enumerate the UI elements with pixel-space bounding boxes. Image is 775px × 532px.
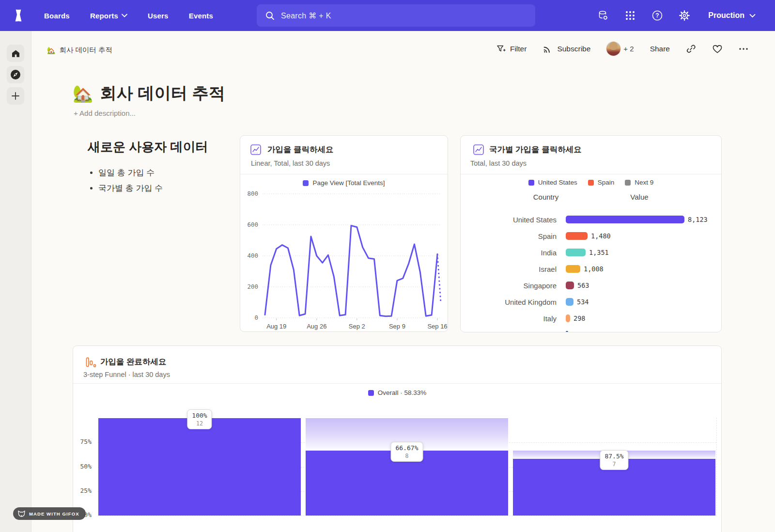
left-rail: [0, 31, 31, 532]
data-management-button[interactable]: [597, 9, 609, 22]
country-label: India: [461, 249, 557, 257]
funnel-plot: 75%50%25%0%100%1266.67%887.5%7: [73, 346, 721, 532]
card-subtitle: Total, last 30 days: [470, 159, 527, 167]
divider: [240, 174, 448, 174]
country-bar: [566, 331, 568, 332]
divider: [461, 174, 721, 174]
country-bar-card[interactable]: 국가별 가입을 클릭하세요 Total, last 30 days United…: [460, 135, 722, 332]
avatar: [606, 42, 620, 56]
line-series: [265, 226, 437, 316]
board-actions: Filter Subscribe + 2 Share: [496, 42, 748, 56]
country-label: Israel: [461, 265, 557, 273]
text-widget-heading: 새로운 사용자 데이터: [88, 139, 228, 156]
legend-label: Spain: [598, 179, 615, 186]
column-header-country: Country: [507, 193, 585, 201]
collaborators[interactable]: + 2: [606, 42, 634, 56]
create-button[interactable]: [7, 87, 24, 105]
card-title: 가입을 클릭하세요: [267, 144, 334, 155]
list-item: 국가별 총 가입 수: [98, 183, 228, 194]
share-label: Share: [650, 45, 670, 53]
country-rows: United States8,123Spain1,480India1,351Is…: [461, 211, 721, 332]
nav-events[interactable]: Events: [189, 12, 213, 20]
chevron-down-icon: [749, 14, 756, 18]
filter-button[interactable]: Filter: [496, 44, 527, 54]
text-widget: 새로운 사용자 데이터 일일 총 가입 수 국가별 총 가입 수: [88, 139, 228, 198]
database-gear-icon: [597, 10, 609, 21]
extra-collaborators-count: + 2: [623, 45, 634, 53]
country-label: Germany: [461, 331, 557, 333]
more-options-button[interactable]: [739, 47, 748, 50]
favorite-button[interactable]: [712, 44, 723, 54]
funnel-chart-card[interactable]: 가입을 완료하세요 3-step Funnel · last 30 days O…: [73, 345, 722, 532]
tooltip-count: 7: [604, 461, 623, 468]
country-row[interactable]: Spain1,480: [461, 228, 721, 244]
breadcrumb-label: 회사 데이터 추적: [59, 46, 112, 55]
title-emoji: 🏡: [73, 84, 93, 103]
country-row[interactable]: Italy298: [461, 310, 721, 327]
page-title[interactable]: 🏡 회사 데이터 추적: [73, 82, 225, 105]
top-navbar: Boards Reports Users Events Search ⌘ + K: [0, 0, 775, 31]
funnel-right-gridline: [716, 418, 717, 516]
help-icon: ?: [651, 10, 663, 21]
country-row[interactable]: Singapore563: [461, 277, 721, 294]
board-toolbar: 🏡 회사 데이터 추적 Filter Subscribe: [31, 31, 775, 70]
country-value: 534: [577, 298, 589, 306]
line-chart-plot[interactable]: 0200400600800Aug 19Aug 26Sep 2Sep 9Sep 1…: [240, 182, 449, 332]
legend-label: United States: [538, 179, 577, 186]
funnel-bar[interactable]: [98, 418, 301, 516]
x-axis-tick: Aug 26: [307, 323, 326, 330]
copy-link-button[interactable]: [686, 44, 696, 54]
add-description-button[interactable]: + Add description...: [74, 109, 136, 117]
country-label: Italy: [461, 314, 557, 323]
y-axis-tick: 0: [254, 314, 258, 321]
nav-boards[interactable]: Boards: [44, 12, 70, 20]
logo-x-icon: [11, 8, 26, 23]
nav-users[interactable]: Users: [148, 12, 169, 20]
funnel-ytick: 75%: [73, 438, 92, 445]
apps-grid-button[interactable]: [624, 9, 636, 22]
country-row[interactable]: Germany: [461, 327, 721, 332]
filter-label: Filter: [510, 45, 527, 53]
filter-icon: [496, 44, 506, 54]
compass-icon: [10, 69, 21, 80]
legend-item[interactable]: Spain: [588, 179, 615, 186]
country-value: 1,351: [589, 249, 609, 256]
card-title: 국가별 가입을 클릭하세요: [489, 144, 582, 155]
country-value: 8,123: [688, 216, 708, 223]
project-name: Prouction: [708, 11, 744, 20]
explore-button[interactable]: [7, 66, 24, 83]
country-row[interactable]: India1,351: [461, 244, 721, 261]
link-icon: [686, 44, 696, 54]
subscribe-label: Subscribe: [557, 45, 590, 53]
y-axis-tick: 800: [247, 190, 258, 197]
home-button[interactable]: [7, 45, 24, 62]
nav-reports[interactable]: Reports: [90, 12, 127, 20]
legend-item[interactable]: Next 9: [625, 179, 653, 186]
x-axis-tick: Sep 2: [349, 323, 365, 330]
tooltip-count: 12: [192, 420, 207, 427]
share-button[interactable]: Share: [650, 45, 670, 53]
country-label: Singapore: [461, 282, 557, 290]
settings-button[interactable]: [678, 9, 691, 22]
svg-text:?: ?: [656, 12, 659, 19]
line-chart-card[interactable]: 가입을 클릭하세요 Linear, Total, last 30 days Pa…: [240, 135, 448, 332]
gear-icon: [679, 10, 690, 21]
line-chart-icon: [250, 144, 262, 156]
funnel-gridline: [97, 516, 716, 516]
legend-item[interactable]: United States: [528, 179, 577, 186]
project-switcher[interactable]: Prouction: [708, 11, 756, 20]
help-button[interactable]: ?: [651, 9, 664, 22]
country-row[interactable]: United States8,123: [461, 211, 721, 228]
country-row[interactable]: Israel1,008: [461, 261, 721, 277]
rss-icon: [542, 44, 553, 54]
search-input[interactable]: Search ⌘ + K: [257, 4, 535, 27]
country-row[interactable]: United Kingdom534: [461, 294, 721, 310]
mixpanel-logo-icon[interactable]: [10, 7, 27, 24]
country-value: 298: [574, 314, 585, 322]
country-value: 1,480: [591, 232, 611, 240]
title-text: 회사 데이터 추적: [100, 82, 225, 105]
y-axis-tick: 200: [247, 283, 258, 290]
breadcrumb[interactable]: 🏡 회사 데이터 추적: [47, 46, 112, 55]
subscribe-button[interactable]: Subscribe: [542, 44, 590, 54]
x-axis-tick: Sep 16: [427, 323, 447, 330]
